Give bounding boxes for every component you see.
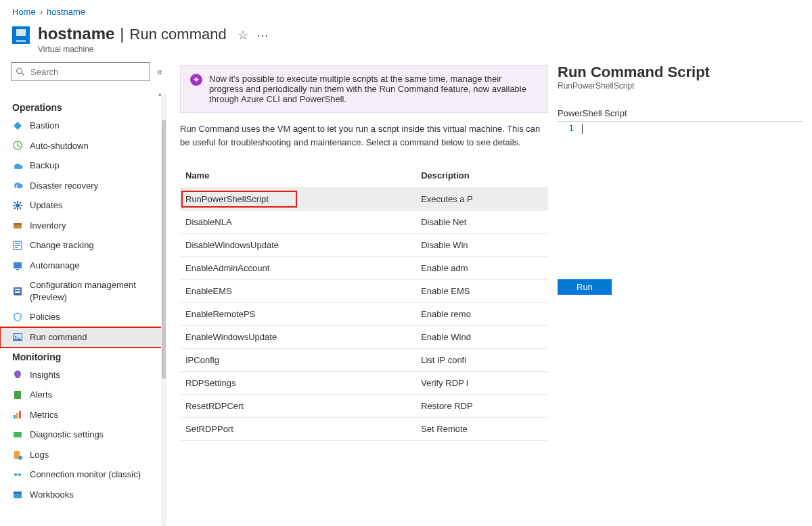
logs-icon <box>12 450 23 460</box>
table-row[interactable]: ResetRDPCertRestore RDP <box>180 395 548 418</box>
sidebar-item-auto-shutdown[interactable]: Auto-shutdown <box>0 136 166 156</box>
sidebar-item-label: Workbooks <box>30 489 74 501</box>
sidebar-search[interactable] <box>11 62 150 81</box>
collapse-sidebar-icon[interactable]: « <box>154 64 165 80</box>
svg-point-3 <box>16 204 20 208</box>
sidebar-item-label: Disaster recovery <box>30 180 98 192</box>
svg-rect-26 <box>14 432 22 437</box>
sidebar-item-change-tracking[interactable]: Change tracking <box>0 235 166 256</box>
sidebar-item-label: Diagnostic settings <box>30 429 104 441</box>
vm-icon <box>12 26 30 44</box>
search-icon <box>16 67 25 76</box>
cmd-name: ResetRDPCert <box>180 395 415 418</box>
sidebar-item-label: Bastion <box>30 120 59 132</box>
table-row[interactable]: EnableRemotePSEnable remo <box>180 303 548 326</box>
svg-line-1 <box>22 73 24 76</box>
sidebar-item-label: Automanage <box>30 260 80 272</box>
commands-table: Name Description RunPowerShellScript Exe… <box>180 164 548 441</box>
table-row[interactable]: EnableWindowsUpdateEnable Wind <box>180 326 548 349</box>
more-icon[interactable]: ⋯ <box>256 28 269 43</box>
scrollbar-thumb[interactable] <box>162 120 166 379</box>
search-input[interactable] <box>29 66 145 78</box>
sidebar-item-bastion[interactable]: Bastion <box>0 116 166 136</box>
svg-rect-25 <box>19 411 21 419</box>
sidebar-item-config-mgmt[interactable]: Configuration management (Preview) <box>0 275 166 307</box>
editor-label: PowerShell Script <box>558 108 803 118</box>
cmd-desc: Restore RDP <box>415 395 548 418</box>
resource-header: hostname | Run command ☆ ⋯ Virtual machi… <box>0 20 812 59</box>
table-row[interactable]: EnableAdminAccountEnable adm <box>180 257 548 280</box>
insights-icon <box>12 369 23 380</box>
svg-rect-24 <box>16 413 18 419</box>
breadcrumb: Home › hostname <box>0 0 812 20</box>
detail-title: Run Command Script <box>558 64 803 81</box>
sidebar-item-label: Policies <box>30 311 60 323</box>
sidebar-scrollbar[interactable]: ▼ <box>161 88 166 526</box>
cmd-name: EnableWindowsUpdate <box>180 326 415 349</box>
svg-rect-13 <box>14 223 22 225</box>
sidebar-item-inventory[interactable]: Inventory <box>0 216 166 236</box>
sidebar-item-label: Metrics <box>30 409 58 421</box>
sidebar-item-run-command[interactable]: Run command <box>0 327 166 348</box>
diagnostic-icon <box>12 429 23 440</box>
sidebar-item-insights[interactable]: Insights <box>0 365 166 385</box>
sidebar-item-logs[interactable]: Logs <box>0 445 166 465</box>
table-row[interactable]: EnableEMSEnable EMS <box>180 280 548 303</box>
svg-line-10 <box>14 208 16 209</box>
sidebar-item-backup[interactable]: Backup <box>0 156 166 176</box>
cmd-name: EnableAdminAccount <box>180 257 415 280</box>
run-button[interactable]: Run <box>558 279 612 295</box>
banner-text: Now it's possible to execute multiple sc… <box>209 74 538 104</box>
cmd-desc: Verify RDP l <box>415 372 548 395</box>
bastion-icon <box>12 120 23 131</box>
sidebar-item-label: Run command <box>30 331 87 343</box>
cmd-name: DisableWindowsUpdate <box>180 234 415 257</box>
sidebar-item-label: Backup <box>30 160 59 172</box>
sidebar-item-label: Auto-shutdown <box>30 140 89 152</box>
favorite-icon[interactable]: ☆ <box>238 28 248 43</box>
svg-rect-23 <box>14 415 16 419</box>
table-row[interactable]: DisableNLADisable Net <box>180 211 548 234</box>
config-icon <box>12 286 23 297</box>
line-number: 1 <box>558 122 579 270</box>
sidebar-item-alerts[interactable]: Alerts <box>0 385 166 405</box>
sidebar-nav: ▲ Operations Bastion Auto-shutdown Backu… <box>0 88 166 526</box>
script-editor[interactable]: 1 <box>558 121 803 270</box>
sidebar-item-label: Configuration management (Preview) <box>30 279 154 303</box>
table-row[interactable]: DisableWindowsUpdateDisable Win <box>180 234 548 257</box>
svg-point-0 <box>17 68 22 74</box>
svg-line-11 <box>20 202 21 204</box>
feature-banner: ✦ Now it's possible to execute multiple … <box>180 65 548 113</box>
cmd-name: EnableEMS <box>180 280 415 303</box>
backup-icon <box>12 160 23 171</box>
col-desc-header[interactable]: Description <box>415 164 548 188</box>
gear-icon <box>12 200 23 211</box>
col-name-header[interactable]: Name <box>180 164 415 188</box>
sidebar-item-metrics[interactable]: Metrics <box>0 405 166 425</box>
table-row[interactable]: SetRDPPortSet Remote <box>180 418 548 441</box>
workbooks-icon <box>12 489 23 500</box>
cmd-desc: Enable Wind <box>415 326 548 349</box>
sidebar-item-label: Change tracking <box>30 239 94 252</box>
metrics-icon <box>12 409 23 420</box>
detail-pane: Run Command Script RunPowerShellScript P… <box>548 59 812 526</box>
cmd-name: RunPowerShellScript <box>183 192 296 206</box>
sidebar-item-automanage[interactable]: Automanage <box>0 256 166 276</box>
cmd-desc: Enable adm <box>415 257 548 280</box>
table-row[interactable]: IPConfigList IP confi <box>180 349 548 372</box>
code-area[interactable] <box>579 122 803 270</box>
svg-rect-16 <box>16 269 19 270</box>
sidebar-item-policies[interactable]: Policies <box>0 307 166 327</box>
cmd-desc: List IP confi <box>415 349 548 372</box>
sidebar-item-updates[interactable]: Updates <box>0 195 166 216</box>
breadcrumb-home[interactable]: Home <box>12 7 36 17</box>
sidebar-item-diagnostic[interactable]: Diagnostic settings <box>0 425 166 445</box>
cmd-desc: Enable remo <box>415 303 548 326</box>
sidebar-item-workbooks[interactable]: Workbooks <box>0 485 166 505</box>
table-row[interactable]: RDPSettingsVerify RDP l <box>180 372 548 395</box>
breadcrumb-resource[interactable]: hostname <box>47 7 85 17</box>
sidebar-item-connmon[interactable]: Connection monitor (classic) <box>0 464 166 485</box>
sidebar-item-disaster-recovery[interactable]: Disaster recovery <box>0 176 166 196</box>
section-monitoring: Monitoring <box>0 348 166 365</box>
table-row[interactable]: RunPowerShellScript Executes a P <box>180 188 548 211</box>
